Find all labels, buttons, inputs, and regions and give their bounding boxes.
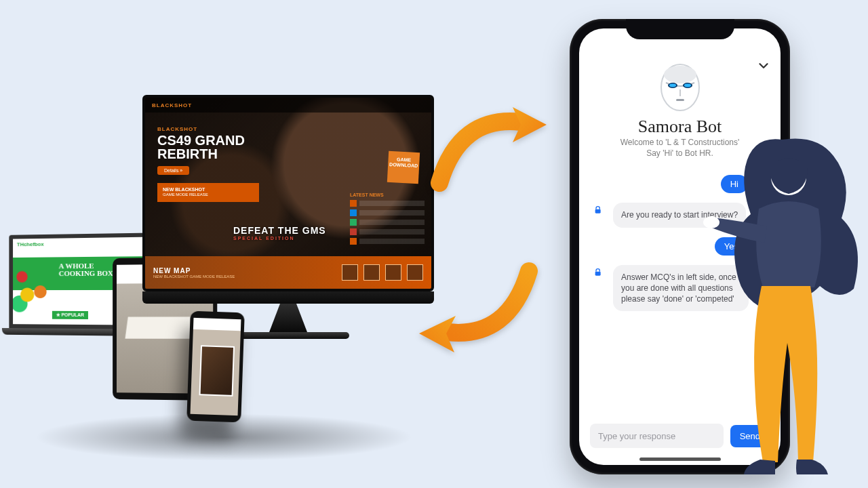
download-badge[interactable]: GAME DOWNLOAD xyxy=(387,151,420,184)
monitor-chin xyxy=(142,291,434,304)
chevron-down-icon[interactable] xyxy=(756,58,771,76)
newmap-bar: NEW MAP NEW BLACKSHOT GAME MODE RELEASE xyxy=(145,256,431,289)
news-item[interactable] xyxy=(350,200,425,207)
latest-news: LATEST NEWS xyxy=(350,192,425,245)
band-title: NEW BLACKSHOT xyxy=(163,187,205,192)
bot-small-avatar-icon xyxy=(591,265,606,280)
defeat-banner: DEFEAT THE GMS SPECIAL EDITION xyxy=(233,225,326,241)
phone-small-device xyxy=(186,311,245,423)
map-thumb[interactable] xyxy=(342,264,358,281)
map-thumb[interactable] xyxy=(385,264,401,281)
phone-notch xyxy=(626,19,734,39)
monitor-hero: BLACKSHOT CS49 GRAND REBIRTH Details » xyxy=(157,126,245,175)
svg-point-10 xyxy=(703,216,719,228)
defeat-text: DEFEAT THE GMS xyxy=(233,225,326,236)
svg-point-1 xyxy=(664,66,696,83)
hero-title-l2: REBIRTH xyxy=(157,146,218,161)
news-item[interactable] xyxy=(350,209,425,216)
laptop-brand: THchefbox xyxy=(17,241,44,247)
sync-arrow-top-icon xyxy=(426,102,555,199)
hero-title: CS49 GRAND REBIRTH xyxy=(157,134,245,161)
sync-arrow-bottom-icon xyxy=(407,258,542,362)
monitor-logo: BLACKSHOT xyxy=(152,102,192,108)
newmap-title: NEW MAP xyxy=(153,267,235,274)
monitor-stand xyxy=(261,304,315,332)
woman-illustration xyxy=(702,115,868,488)
monitor-topbar: BLACKSHOT xyxy=(145,98,431,113)
map-thumb[interactable] xyxy=(363,264,380,281)
vegetables-image xyxy=(9,258,58,319)
download-l2: DOWNLOAD xyxy=(389,162,418,168)
svg-rect-8 xyxy=(595,271,601,275)
latest-news-header: LATEST NEWS xyxy=(350,192,425,197)
laptop-headline: A WHOLE COOKING BOX xyxy=(59,262,113,278)
hero-franchise: BLACKSHOT xyxy=(157,126,245,132)
monitor-device: BLACKSHOT BLACKSHOT CS49 GRAND REBIRTH D… xyxy=(142,95,434,339)
svg-point-5 xyxy=(684,84,691,87)
message-placeholder: Type your response xyxy=(598,431,675,441)
hero-title-l1: CS49 GRAND xyxy=(157,133,245,148)
newmap-sub: NEW BLACKSHOT GAME MODE RELEASE xyxy=(153,274,235,279)
release-band: NEW BLACKSHOT GAME MODE RELEASE xyxy=(157,183,259,202)
laptop-headline-l2: COOKING BOX xyxy=(59,269,113,277)
news-item[interactable] xyxy=(350,219,425,226)
svg-rect-6 xyxy=(676,99,684,101)
defeat-sub: SPECIAL EDITION xyxy=(233,236,326,241)
popular-tag: ★ POPULAR xyxy=(52,311,88,319)
band-sub: GAME MODE RELEASE xyxy=(163,192,208,197)
bot-avatar-icon xyxy=(658,62,703,113)
svg-rect-7 xyxy=(595,209,601,214)
svg-point-4 xyxy=(669,84,676,87)
monitor-screen: BLACKSHOT BLACKSHOT CS49 GRAND REBIRTH D… xyxy=(142,95,434,291)
hero-cta[interactable]: Details » xyxy=(157,166,189,175)
bot-small-avatar-icon xyxy=(591,203,606,218)
download-l1: GAME xyxy=(397,157,411,162)
device-cluster: THchefbox A WHOLE COOKING BOX ★ POPULAR … xyxy=(7,95,468,454)
monitor-foot xyxy=(227,332,349,339)
news-item[interactable] xyxy=(350,238,425,245)
monitor-site: BLACKSHOT BLACKSHOT CS49 GRAND REBIRTH D… xyxy=(145,98,431,289)
news-item[interactable] xyxy=(350,228,425,235)
phone-small-screen xyxy=(191,318,241,415)
